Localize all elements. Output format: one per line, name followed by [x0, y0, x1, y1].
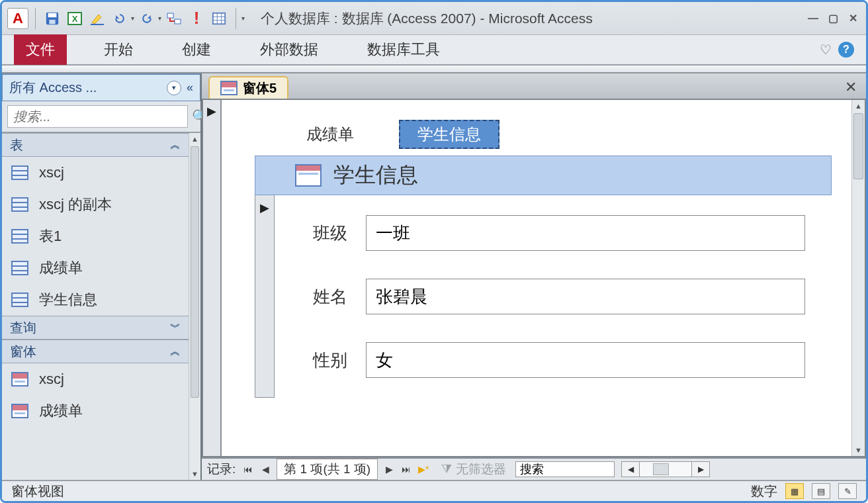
vertical-scrollbar[interactable]: ▲ ▼	[851, 100, 865, 456]
window-title: 个人数据库 : 数据库 (Access 2007) - Microsoft Ac…	[261, 9, 803, 28]
tab-file[interactable]: 文件	[14, 34, 67, 65]
qat-customize-dropdown[interactable]: ▾	[241, 15, 245, 22]
field-class: 班级	[301, 215, 805, 251]
subform-header: 学生信息	[255, 156, 832, 195]
navpane-scrollbar[interactable]: ▲ ▼	[189, 133, 200, 480]
minimize-button[interactable]: —	[805, 12, 821, 25]
tabctrl-tab-studentinfo[interactable]: 学生信息	[399, 120, 499, 149]
navpane-scroll: 表 ︽ xscj xscj 的副本 表1 成绩单 学生信息 查询 ︾ 窗体 ︽	[2, 133, 200, 480]
redo-dropdown[interactable]: ▾	[158, 15, 161, 22]
undo-dropdown[interactable]: ▾	[131, 15, 134, 22]
svg-rect-1	[48, 13, 57, 17]
field-name: 姓名	[301, 279, 805, 314]
scroll-thumb[interactable]	[191, 146, 199, 398]
no-filter-label: ⧩ 无筛选器	[441, 461, 506, 478]
datasheet-button[interactable]	[209, 9, 229, 28]
nav-group-forms[interactable]: 窗体 ︽	[2, 340, 189, 363]
relationships-button[interactable]	[164, 9, 184, 28]
scroll-left-button[interactable]: ◀	[621, 461, 640, 477]
field-label: 班级	[301, 222, 347, 245]
close-button[interactable]: ✕	[845, 12, 861, 25]
nav-item-table[interactable]: xscj	[2, 157, 189, 189]
document-body: ▶ 成绩单 学生信息 学生信息 ▶ 班级	[202, 100, 866, 457]
tab-home[interactable]: 开始	[92, 34, 145, 65]
new-record-button[interactable]: ▶*	[415, 461, 432, 477]
nav-item-form[interactable]: 成绩单	[2, 395, 189, 427]
form-icon	[11, 404, 28, 418]
navpane-dropdown[interactable]: ▾	[167, 81, 181, 95]
filter-icon: ⧩	[441, 462, 452, 477]
document-close-button[interactable]: ✕	[845, 79, 857, 96]
scroll-right-button[interactable]: ▶	[691, 461, 710, 477]
subform-body: ▶ 班级 姓名 性别	[255, 195, 832, 398]
tab-database-tools[interactable]: 数据库工具	[355, 34, 452, 65]
name-input[interactable]	[366, 279, 805, 314]
subform-record-selector[interactable]: ▶	[255, 195, 275, 398]
tab-external-data[interactable]: 外部数据	[248, 34, 330, 65]
export-excel-button[interactable]: X	[65, 9, 85, 28]
form-icon	[11, 372, 28, 387]
excel-icon: X	[67, 11, 83, 26]
document-area: 窗体5 ✕ ▶ 成绩单 学生信息 学生信息 ▶	[202, 73, 866, 480]
scroll-up-button[interactable]: ▲	[852, 100, 865, 112]
app-icon: A	[7, 8, 28, 29]
navpane-header[interactable]: 所有 Access ... ▾ «	[2, 73, 200, 101]
chevron-up-icon: ︽	[170, 345, 181, 359]
ribbon-minimize-icon[interactable]: ♡	[820, 42, 832, 58]
nav-item-form[interactable]: xscj	[2, 363, 189, 395]
form-icon	[295, 164, 322, 187]
nav-item-table[interactable]: xscj 的副本	[2, 189, 189, 220]
nav-item-table[interactable]: 表1	[2, 220, 189, 252]
prev-record-button[interactable]: ◀	[257, 461, 274, 477]
datasheet-icon	[211, 11, 227, 26]
navpane-collapse[interactable]: «	[187, 81, 193, 95]
table-icon	[11, 197, 28, 212]
layout-view-button[interactable]: ▤	[812, 483, 830, 499]
horizontal-scrollbar[interactable]: ◀ ▶	[621, 461, 710, 477]
recnav-label: 记录:	[207, 461, 236, 478]
numlock-label: 数字	[751, 482, 777, 500]
class-input[interactable]	[366, 215, 805, 251]
scroll-down-button[interactable]: ▼	[852, 444, 865, 456]
nav-item-table[interactable]: 学生信息	[2, 284, 189, 316]
scroll-thumb[interactable]	[653, 463, 669, 475]
ribbon: 文件 开始 创建 外部数据 数据库工具 ♡ ?	[2, 35, 866, 66]
help-button[interactable]: ?	[838, 42, 854, 58]
field-label: 性别	[301, 349, 347, 372]
recnav-search-input[interactable]	[515, 461, 615, 477]
maximize-button[interactable]: ▢	[825, 12, 841, 25]
navpane-title: 所有 Access ...	[9, 79, 97, 97]
navpane-search: 🔍	[2, 101, 200, 133]
document-tab[interactable]: 窗体5	[208, 76, 288, 99]
title-bar: A X ▾ ▾ ! ▾ 个人数据库 : 数据库 (Access 2007) - …	[2, 2, 866, 35]
tab-create[interactable]: 创建	[170, 34, 223, 65]
form-content: 成绩单 学生信息 学生信息 ▶ 班级	[222, 100, 865, 456]
tabctrl-tab-scores[interactable]: 成绩单	[288, 120, 372, 149]
design-view-button[interactable]: ✎	[838, 483, 857, 499]
gender-input[interactable]	[366, 342, 805, 378]
undo-button[interactable]	[110, 9, 130, 28]
scroll-thumb[interactable]	[853, 113, 863, 179]
scroll-down-button[interactable]: ▼	[189, 468, 200, 480]
record-position[interactable]: 第 1 项(共 1 项)	[277, 459, 378, 480]
record-selector[interactable]: ▶	[203, 100, 222, 456]
alert-button[interactable]: !	[187, 9, 206, 28]
nav-group-tables[interactable]: 表 ︽	[2, 133, 189, 157]
app-window: A X ▾ ▾ ! ▾ 个人数据库 : 数据库 (Access 2007) - …	[0, 0, 868, 503]
chevron-up-icon: ︽	[170, 138, 181, 152]
scroll-up-button[interactable]: ▲	[189, 133, 200, 145]
save-button[interactable]	[42, 9, 62, 28]
body: 所有 Access ... ▾ « 🔍 表 ︽ xscj xscj 的副本 表1…	[2, 73, 866, 480]
nav-item-table[interactable]: 成绩单	[2, 252, 189, 284]
form-view-button[interactable]: ▦	[785, 483, 804, 499]
ribbon-strip	[2, 66, 866, 73]
highlight-button[interactable]	[87, 9, 107, 28]
nav-group-queries[interactable]: 查询 ︾	[2, 316, 189, 340]
redo-button[interactable]	[137, 9, 157, 28]
table-icon	[11, 261, 28, 275]
next-record-button[interactable]: ▶	[380, 461, 398, 477]
search-input[interactable]	[7, 105, 188, 128]
scroll-track[interactable]	[640, 461, 691, 477]
last-record-button[interactable]: ⏭	[398, 461, 415, 477]
first-record-button[interactable]: ⏮	[239, 461, 257, 477]
